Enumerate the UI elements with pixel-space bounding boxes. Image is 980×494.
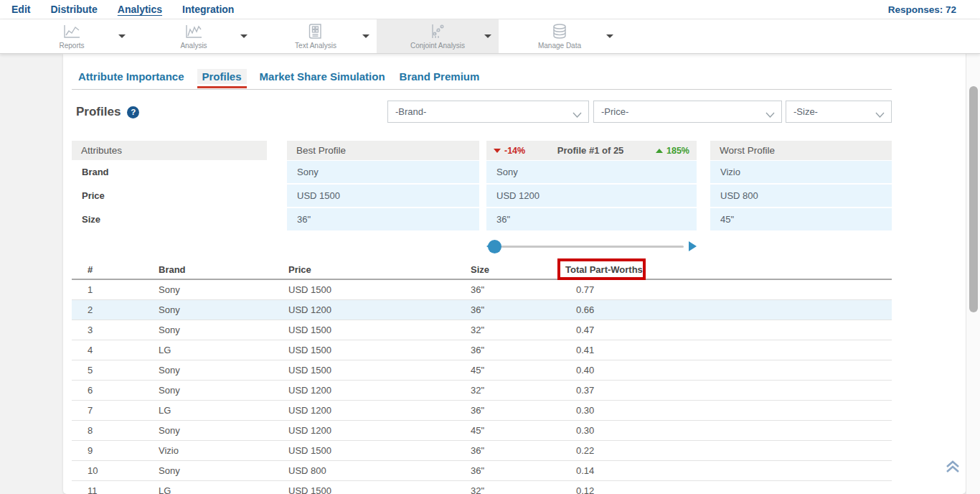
responses-count[interactable]: Responses: 72: [888, 4, 956, 15]
column-header-number[interactable]: #: [88, 261, 93, 279]
table-cell: 0.47: [576, 320, 594, 340]
table-cell: 45": [471, 421, 484, 441]
table-row[interactable]: 5SonyUSD 150045"0.40: [72, 360, 892, 381]
table-cell: LG: [159, 401, 171, 421]
database-icon: [550, 22, 570, 41]
nav-item-distribute[interactable]: Distribute: [50, 4, 97, 15]
table-cell: 5: [88, 360, 93, 381]
table-row[interactable]: 10SonyUSD 80036"0.14: [72, 461, 892, 481]
chevron-down-icon[interactable]: [606, 34, 613, 38]
chevron-down-icon[interactable]: [362, 34, 369, 38]
column-header-size[interactable]: Size: [471, 261, 489, 279]
toolbar-item-label: Analysis: [180, 42, 207, 50]
brand-filter-dropdown[interactable]: -Brand-: [387, 101, 589, 123]
chevron-down-icon: [765, 109, 775, 120]
table-cell: LG: [159, 340, 171, 360]
slider-right-arrow-icon[interactable]: [689, 241, 697, 251]
table-cell: USD 1500: [288, 360, 331, 381]
toolbar-item-analysis[interactable]: Analysis: [133, 19, 255, 53]
table-cell: USD 1200: [288, 421, 331, 441]
tab-attribute-importance[interactable]: Attribute Importance: [77, 69, 186, 84]
table-cell: USD 1200: [288, 381, 331, 401]
table-cell: 2: [88, 300, 93, 320]
table-header: # Brand Price Size Total Part-Worths: [72, 261, 892, 280]
tab-market-share-simulation[interactable]: Market Share Simulation: [258, 69, 387, 84]
nav-item-integration[interactable]: Integration: [182, 4, 234, 15]
analytics-toolbar: Reports Analysis: [0, 19, 980, 54]
conjoint-subtabs: Attribute Importance Profiles Market Sha…: [77, 69, 481, 84]
page-title: Profiles: [76, 105, 121, 119]
chevron-down-icon[interactable]: [118, 34, 126, 38]
table-cell: USD 800: [288, 461, 326, 481]
nav-item-edit[interactable]: Edit: [11, 4, 30, 15]
table-cell: 1: [88, 280, 93, 300]
scrollbar-thumb[interactable]: [969, 86, 978, 312]
table-cell: 36": [471, 280, 484, 300]
slider-track[interactable]: [495, 246, 684, 248]
toolbar-item-label: Conjoint Analysis: [410, 42, 465, 50]
chevron-down-icon[interactable]: [484, 34, 491, 38]
table-cell: 0.30: [576, 421, 594, 441]
text-analysis-icon: [306, 22, 326, 41]
table-cell: 36": [471, 461, 484, 481]
table-cell: 36": [471, 441, 484, 461]
table-row[interactable]: 7LGUSD 120036"0.30: [72, 401, 892, 421]
chevron-down-icon[interactable]: [240, 34, 248, 38]
table-cell: 45": [471, 360, 484, 381]
profile-value: Sony: [486, 161, 697, 183]
dropdown-value: -Size-: [793, 106, 818, 117]
table-row[interactable]: 8SonyUSD 120045"0.30: [72, 421, 892, 441]
chevron-down-icon: [875, 109, 885, 120]
profile-value: 36": [287, 208, 479, 230]
table-row[interactable]: 6SonyUSD 120032"0.37: [72, 381, 892, 401]
vertical-scrollbar[interactable]: [966, 54, 980, 494]
profile-slider[interactable]: [486, 239, 697, 254]
dropdown-value: -Price-: [601, 106, 628, 117]
increase-stat: 185%: [656, 146, 689, 156]
table-cell: 0.66: [576, 300, 594, 320]
table-row[interactable]: 1SonyUSD 150036"0.77: [72, 280, 892, 300]
current-profile-header: -14% Profile #1 of 25 185%: [486, 141, 697, 160]
toolbar-item-text-analysis[interactable]: Text Analysis: [255, 19, 377, 53]
table-cell: Sony: [159, 320, 180, 340]
toolbar-item-manage-data[interactable]: Manage Data: [499, 19, 621, 53]
table-row[interactable]: 2SonyUSD 120036"0.66: [72, 300, 892, 320]
profiles-table: # Brand Price Size Total Part-Worths 1So…: [72, 261, 892, 494]
scroll-to-top-button[interactable]: [945, 460, 961, 477]
table-row[interactable]: 9VizioUSD 150036"0.22: [72, 441, 892, 461]
nav-item-analytics[interactable]: Analytics: [118, 4, 162, 15]
table-cell: 0.30: [576, 401, 594, 421]
table-cell: Sony: [159, 360, 180, 381]
column-header-price[interactable]: Price: [288, 261, 311, 279]
increase-value: 185%: [666, 146, 689, 156]
table-row[interactable]: 4LGUSD 150036"0.41: [72, 340, 892, 360]
toolbar-item-conjoint-analysis[interactable]: Conjoint Analysis: [377, 19, 499, 53]
table-cell: Sony: [159, 300, 180, 320]
slider-handle[interactable]: [488, 240, 501, 253]
table-row[interactable]: 11LGUSD 150032"0.12: [72, 481, 892, 494]
table-cell: Sony: [159, 461, 180, 481]
table-cell: 0.77: [576, 280, 594, 300]
table-cell: 32": [471, 481, 484, 494]
toolbar-item-label: Manage Data: [538, 42, 581, 50]
table-cell: USD 1500: [288, 340, 331, 360]
help-icon[interactable]: ?: [127, 106, 139, 118]
attribute-label: Brand: [72, 161, 267, 183]
best-profile-panel: Best Profile Sony USD 1500 36": [287, 141, 479, 232]
tab-brand-premium[interactable]: Brand Premium: [398, 69, 481, 84]
attribute-label: Price: [72, 185, 267, 207]
size-filter-dropdown[interactable]: -Size-: [786, 101, 892, 123]
price-filter-dropdown[interactable]: -Price-: [593, 101, 782, 123]
profile-value: USD 1200: [486, 185, 697, 207]
toolbar-item-reports[interactable]: Reports: [11, 19, 133, 53]
tab-profiles[interactable]: Profiles: [197, 69, 247, 84]
table-row[interactable]: 3SonyUSD 150032"0.47: [72, 320, 892, 340]
column-header-brand[interactable]: Brand: [159, 261, 186, 279]
decrease-stat: -14%: [494, 146, 525, 156]
table-cell: 0.41: [576, 340, 594, 360]
table-body: 1SonyUSD 150036"0.772SonyUSD 120036"0.66…: [72, 280, 892, 494]
table-cell: 7: [88, 401, 93, 421]
table-cell: 11: [88, 481, 98, 494]
table-cell: USD 1500: [288, 481, 331, 494]
conjoint-analysis-icon: [428, 22, 448, 41]
